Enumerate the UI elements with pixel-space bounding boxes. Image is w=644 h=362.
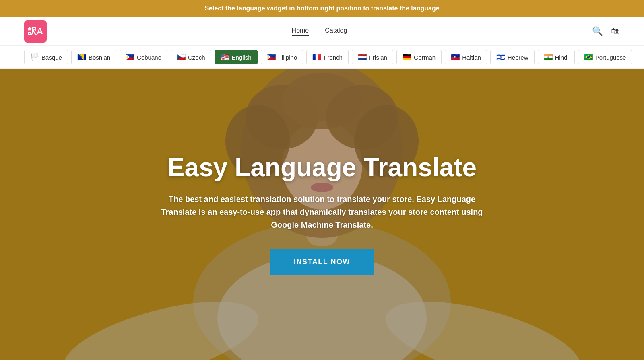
hero-title: Easy Language Translate bbox=[157, 153, 487, 181]
lang-btn-hebrew[interactable]: 🇮🇱Hebrew bbox=[490, 50, 535, 64]
flag-frisian: 🇳🇱 bbox=[358, 53, 367, 62]
banner-text: Select the language widget in bottom rig… bbox=[204, 5, 439, 12]
lang-btn-german[interactable]: 🇩🇪German bbox=[396, 50, 442, 64]
lang-btn-haitian[interactable]: 🇭🇹Haitian bbox=[445, 50, 487, 64]
language-bar: 🏳️Basque🇧🇦Bosnian🇵🇭Cebuano🇨🇿Czech🇺🇸Engli… bbox=[0, 46, 644, 69]
lang-label-hindi: Hindi bbox=[555, 54, 569, 61]
lang-label-german: German bbox=[414, 54, 436, 61]
flag-french: 🇫🇷 bbox=[312, 53, 321, 62]
lang-label-haitian: Haitian bbox=[462, 54, 481, 61]
install-now-button[interactable]: INSTALL NOW bbox=[270, 249, 374, 275]
lang-label-filipino: Filipino bbox=[278, 54, 297, 61]
lang-btn-portuguese[interactable]: 🇧🇷Portuguese bbox=[578, 50, 632, 64]
lang-btn-french[interactable]: 🇫🇷French bbox=[306, 50, 349, 64]
lang-btn-filipino[interactable]: 🇵🇭Filipino bbox=[261, 50, 303, 64]
lang-label-french: French bbox=[324, 54, 343, 61]
flag-bosnian: 🇧🇦 bbox=[77, 53, 86, 62]
top-banner: Select the language widget in bottom rig… bbox=[0, 0, 644, 17]
lang-label-bosnian: Bosnian bbox=[89, 54, 110, 61]
lang-btn-hindi[interactable]: 🇮🇳Hindi bbox=[538, 50, 575, 64]
lang-btn-czech[interactable]: 🇨🇿Czech bbox=[171, 50, 211, 64]
hero-content: Easy Language Translate The best and eas… bbox=[141, 153, 503, 275]
flag-haitian: 🇭🇹 bbox=[451, 53, 460, 62]
cart-icon[interactable]: 🛍 bbox=[611, 26, 620, 37]
flag-hindi: 🇮🇳 bbox=[544, 53, 553, 62]
lang-btn-cebuano[interactable]: 🇵🇭Cebuano bbox=[120, 50, 167, 64]
lang-label-frisian: Frisian bbox=[369, 54, 387, 61]
logo-area: 訳A bbox=[24, 20, 47, 43]
search-icon[interactable]: 🔍 bbox=[592, 26, 603, 37]
lang-label-czech: Czech bbox=[188, 54, 205, 61]
header-icons: 🔍 🛍 bbox=[592, 26, 620, 37]
lang-label-basque: Basque bbox=[41, 54, 62, 61]
flag-czech: 🇨🇿 bbox=[177, 53, 186, 62]
nav-catalog[interactable]: Catalog bbox=[325, 27, 347, 36]
flag-filipino: 🇵🇭 bbox=[267, 53, 276, 62]
logo[interactable]: 訳A bbox=[24, 20, 47, 43]
main-nav: Home Catalog bbox=[47, 27, 592, 36]
lang-label-cebuano: Cebuano bbox=[137, 54, 161, 61]
flag-german: 🇩🇪 bbox=[402, 53, 411, 62]
lang-label-english: English bbox=[232, 54, 252, 61]
lang-btn-basque[interactable]: 🏳️Basque bbox=[24, 50, 68, 64]
flag-portuguese: 🇧🇷 bbox=[584, 53, 593, 62]
lang-btn-frisian[interactable]: 🇳🇱Frisian bbox=[352, 50, 393, 64]
lang-btn-bosnian[interactable]: 🇧🇦Bosnian bbox=[71, 50, 116, 64]
flag-english: 🇺🇸 bbox=[221, 53, 229, 62]
flag-hebrew: 🇮🇱 bbox=[496, 53, 505, 62]
lang-label-portuguese: Portuguese bbox=[595, 54, 626, 61]
lang-btn-english[interactable]: 🇺🇸English bbox=[215, 50, 258, 64]
lang-label-hebrew: Hebrew bbox=[508, 54, 528, 61]
hero-subtitle: The best and easiest translation solutio… bbox=[157, 193, 487, 231]
flag-cebuano: 🇵🇭 bbox=[126, 53, 134, 62]
flag-basque: 🏳️ bbox=[30, 53, 39, 62]
hero-section: Easy Language Translate The best and eas… bbox=[0, 69, 644, 360]
header: 訳A Home Catalog 🔍 🛍 bbox=[0, 17, 644, 46]
nav-home[interactable]: Home bbox=[292, 27, 309, 36]
logo-text: 訳A bbox=[28, 25, 43, 37]
